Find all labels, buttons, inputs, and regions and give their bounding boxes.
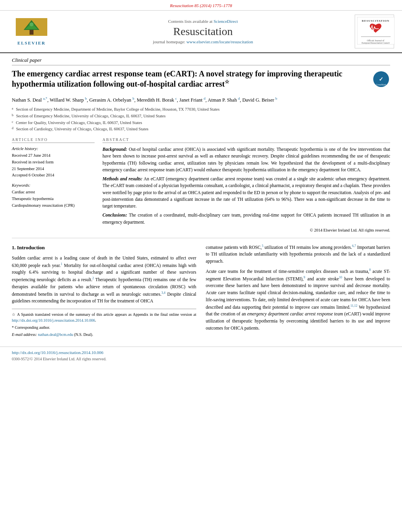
journal-ref: Resuscitation 85 (2014) 1775–1778 [170, 3, 232, 8]
intro-para-3: Acute care teams for the treatment of ti… [206, 268, 390, 332]
contents-label: Contents lists available at [168, 19, 212, 24]
elsevier-logo: ELSEVIER [8, 18, 55, 45]
clinical-paper-label: Clinical paper [12, 57, 390, 65]
bottom-copyright: 0300-9572/© 2014 Elsevier Ireland Ltd. A… [12, 357, 106, 361]
homepage-label: journal homepage: [153, 39, 185, 44]
keywords-section: Keywords: Cardiac arrest Therapeutic hyp… [12, 183, 95, 209]
elsevier-text-label: ELSEVIER [17, 41, 46, 45]
top-banner: Resuscitation 85 (2014) 1775–1778 [0, 0, 402, 11]
affiliation-b: b Section of Emergency Medicine, Univers… [12, 113, 390, 120]
resuscitation-logo-svg: RESUSCITATION Official Journal of Europe… [357, 17, 395, 44]
svg-text:European Resuscitation Council: European Resuscitation Council [362, 42, 390, 44]
email-link[interactable]: nathan.deal@bcm.edu [38, 332, 73, 337]
body-two-col: 1. Introduction Sudden cardiac arrest is… [12, 244, 390, 339]
article-info: ARTICLE INFO Article history: Received 2… [12, 137, 95, 232]
section-divider [12, 238, 390, 238]
svg-point-4 [30, 22, 34, 26]
contents-line: Contents lists available at ScienceDirec… [55, 19, 351, 24]
abstract-copyright: © 2014 Elsevier Ireland Ltd. All rights … [102, 228, 390, 232]
article-history: Article history: Received 27 June 2014 R… [12, 146, 95, 179]
header-area: ELSEVIER Contents lists available at Sci… [0, 11, 402, 53]
crossmark-svg: ✓ CrossMark [372, 70, 390, 88]
resuscitation-logo: RESUSCITATION Official Journal of Europe… [355, 15, 394, 48]
main-content: Clinical paper The emergency cardiac arr… [0, 53, 402, 347]
svg-text:RESUSCITATION: RESUSCITATION [362, 19, 389, 22]
history-revised-label: Received in revised form [12, 159, 95, 166]
authors-line: Nathan S. Deal a,*, Willard W. Sharp b, … [12, 96, 390, 104]
article-title-text: The emergency cardiac arrest response te… [12, 69, 367, 92]
svg-text:✓: ✓ [379, 76, 383, 82]
header-center: Contents lists available at ScienceDirec… [55, 19, 351, 44]
keyword-3: Cardiopulmonary resuscitation (CPR) [12, 202, 95, 209]
affiliations: a Section of Emergency Medicine, Departm… [12, 106, 390, 133]
homepage-link[interactable]: www.elsevier.com/locate/resuscitation [186, 39, 253, 44]
footnote-email: E-mail address: nathan.deal@bcm.edu (N.S… [12, 332, 196, 337]
body-col-right: comatose patients with ROSC,5 utilizatio… [206, 244, 390, 339]
journal-title: Resuscitation [55, 25, 351, 38]
keyword-1: Cardiac arrest [12, 189, 95, 196]
affiliation-c: c Center for Quality, University of Chic… [12, 120, 390, 126]
affiliation-a: a Section of Emergency Medicine, Departm… [12, 106, 390, 113]
affiliation-d: d Section of Cardiology, University of C… [12, 126, 390, 133]
abstract-text: Background: Out-of hospital cardiac arre… [102, 146, 390, 226]
history-received: Received 27 June 2014 [12, 152, 95, 159]
abstract-conclusions: Conclusions: The creation of a coordinat… [102, 212, 390, 226]
abstract-header: ABSTRACT [102, 137, 390, 143]
abstract-background: Background: Out-of hospital cardiac arre… [102, 146, 390, 173]
footnotes: ☆ A Spanish translated version of the su… [12, 309, 196, 337]
elsevier-tree-svg [16, 18, 47, 40]
footnote-star: ☆ A Spanish translated version of the su… [12, 311, 196, 323]
doi-link[interactable]: http://dx.doi.org/10.1016/j.resuscitatio… [12, 350, 390, 355]
sciencedirect-link[interactable]: ScienceDirect [214, 19, 238, 24]
abstract-section: ABSTRACT Background: Out-of hospital car… [102, 137, 390, 232]
intro-para-1: Sudden cardiac arrest is a leading cause… [12, 255, 196, 305]
body-col-left: 1. Introduction Sudden cardiac arrest is… [12, 244, 196, 339]
crossmark-badge: ✓ CrossMark [367, 69, 390, 90]
history-title: Article history: [12, 146, 95, 151]
bottom-links: http://dx.doi.org/10.1016/j.resuscitatio… [0, 347, 402, 364]
intro-title: 1. Introduction [12, 244, 196, 252]
keyword-2: Therapeutic hypothermia [12, 196, 95, 202]
article-info-abstract-section: ARTICLE INFO Article history: Received 2… [12, 137, 390, 232]
article-info-header: ARTICLE INFO [12, 137, 95, 143]
resuscitation-logo-container: RESUSCITATION Official Journal of Europe… [351, 15, 394, 48]
svg-text:CrossMark: CrossMark [376, 83, 387, 86]
history-accepted: Accepted 6 October 2014 [12, 172, 95, 179]
svg-rect-1 [30, 30, 34, 35]
footnote-doi-link[interactable]: http://dx.doi.org/10.1016/j.resuscitatio… [12, 318, 95, 323]
article-title: The emergency cardiac arrest response te… [12, 69, 367, 89]
keywords-title: Keywords: [12, 183, 95, 187]
history-revised-date: 21 September 2014 [12, 166, 95, 172]
homepage-line: journal homepage: www.elsevier.com/locat… [55, 39, 351, 44]
abstract-methods: Methods and results: An eCART (emergency… [102, 176, 390, 209]
intro-para-2: comatose patients with ROSC,5 utilizatio… [206, 244, 390, 265]
page-container: Resuscitation 85 (2014) 1775–1778 ELSEVI… [0, 0, 402, 364]
article-title-section: The emergency cardiac arrest response te… [12, 69, 390, 92]
footnote-corresponding: * Corresponding author. [12, 324, 196, 330]
